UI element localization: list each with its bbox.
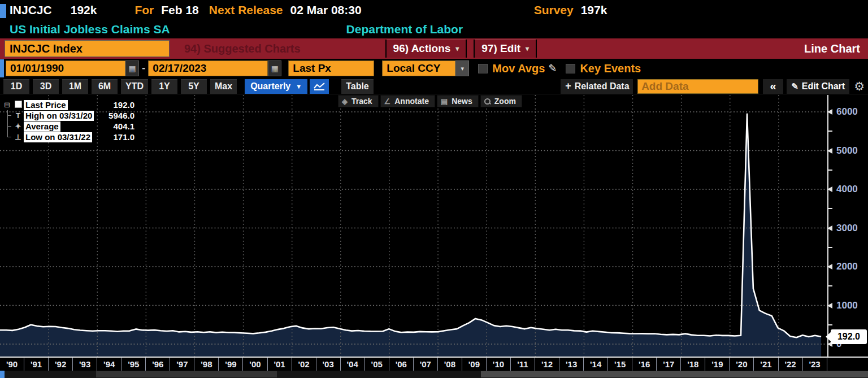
x-axis-label: '23	[803, 358, 827, 371]
bottom-scrollbar[interactable]	[0, 371, 868, 378]
x-axis-label: '11	[511, 358, 535, 371]
actions-button[interactable]: 96) Actions ▾	[385, 40, 467, 58]
table-button[interactable]: Table	[341, 79, 374, 94]
panel-handle-icon[interactable]	[0, 4, 6, 18]
annotate-icon: ∠	[384, 97, 391, 106]
range-button-max[interactable]: Max	[210, 79, 237, 94]
key-events-label: Key Events	[580, 62, 641, 75]
x-axis-label: '15	[608, 358, 632, 371]
track-icon: ◈	[342, 97, 348, 106]
add-data-input[interactable]	[637, 79, 758, 94]
range-button-1m[interactable]: 1M	[62, 79, 88, 94]
data-source: Department of Labor	[346, 23, 463, 36]
x-axis-label: '97	[170, 358, 194, 371]
x-axis-label: '03	[316, 358, 341, 371]
y-tick-minor	[828, 285, 832, 286]
x-axis-label: '04	[341, 358, 365, 371]
security-info-bar: INJCJC 192k For Feb 18 Next Release 02 M…	[0, 0, 868, 20]
high-marker-icon: T	[12, 111, 24, 120]
x-axis-label: '13	[559, 358, 584, 371]
range-button-ytd[interactable]: YTD	[121, 79, 148, 94]
security-name: US Initial Jobless Claims SA	[10, 23, 170, 36]
average-marker-icon: ✦	[12, 122, 24, 131]
x-axis-label: '06	[389, 358, 414, 371]
for-label: For	[134, 3, 154, 17]
x-axis-label: '14	[584, 358, 608, 371]
x-axis-label: '01	[268, 358, 292, 371]
track-button[interactable]: ◈Track	[338, 95, 379, 107]
x-axis-label: '98	[194, 358, 219, 371]
date-to-input[interactable]: 02/17/2023	[148, 60, 268, 76]
x-axis-label: '19	[705, 358, 730, 371]
survey-label: Survey	[534, 3, 574, 17]
x-axis-label: '02	[292, 358, 316, 371]
news-icon: ▤	[441, 97, 448, 106]
date-from-input[interactable]: 01/01/1990	[6, 60, 125, 76]
y-axis-label: 3000	[836, 223, 858, 234]
command-bar: INJCJC Index 94) Suggested Charts 96) Ac…	[0, 38, 868, 59]
chevron-down-icon[interactable]: ▾	[455, 60, 469, 76]
range-button-5y[interactable]: 5Y	[181, 79, 207, 94]
chart-area[interactable]: 0100020003000400050006000 192.0 ⊟ Last P…	[0, 95, 868, 357]
legend-row-last-price[interactable]: ⊟ Last Price 192.0	[3, 99, 134, 110]
scrollbar-segment[interactable]	[96, 371, 277, 377]
key-events-checkbox[interactable]	[566, 64, 575, 73]
x-axis-label: '22	[779, 358, 803, 371]
price-field-select[interactable]: Last Px	[288, 60, 374, 76]
chevron-down-icon: ▾	[526, 45, 529, 53]
edit-chart-button[interactable]: ✎ Edit Chart	[787, 79, 849, 94]
calendar-icon[interactable]: ▦	[125, 60, 139, 76]
chart-legend[interactable]: ⊟ Last Price 192.0 T High on 03/31/20 59…	[3, 99, 134, 142]
y-axis-label: 6000	[836, 106, 858, 118]
ticker-input[interactable]: INJCJC Index	[5, 40, 170, 57]
line-chart-icon[interactable]	[310, 79, 329, 94]
zoom-button[interactable]: Zoom	[480, 95, 522, 107]
gear-icon[interactable]: ⚙	[854, 80, 865, 93]
scrollbar-thumb[interactable]	[481, 371, 868, 377]
y-tick-minor	[828, 208, 832, 209]
y-tick-minor	[828, 247, 832, 248]
range-button-1y[interactable]: 1Y	[151, 79, 177, 94]
edit-button[interactable]: 97) Edit ▾	[474, 40, 537, 58]
security-name-bar: US Initial Jobless Claims SA Department …	[0, 20, 868, 38]
x-axis-label: '08	[438, 358, 462, 371]
y-tick-arrow	[827, 264, 832, 270]
x-axis-label: '95	[121, 358, 146, 371]
for-date: Feb 18	[161, 3, 199, 17]
related-data-button[interactable]: + Related Data	[561, 79, 633, 94]
period-select[interactable]: Quarterly ▼	[245, 79, 307, 94]
pencil-icon[interactable]: ✎	[548, 62, 557, 75]
chevron-down-icon: ▼	[296, 83, 302, 90]
annotate-button[interactable]: ∠Annotate	[380, 95, 435, 107]
next-release-label: Next Release	[209, 3, 283, 17]
legend-row-average[interactable]: ✦ Average 404.1	[3, 121, 134, 132]
legend-row-high[interactable]: T High on 03/31/20 5946.0	[3, 110, 134, 121]
range-button-6m[interactable]: 6M	[92, 79, 118, 94]
x-axis-label: '10	[487, 358, 511, 371]
calendar-icon[interactable]: ▦	[268, 60, 281, 76]
news-button[interactable]: ▤News	[437, 95, 479, 107]
ticker-symbol: INJCJC	[10, 3, 52, 17]
legend-row-low[interactable]: ⊥ Low on 03/31/22 171.0	[3, 132, 134, 142]
x-axis-label: '90	[0, 358, 24, 371]
tree-expander-icon[interactable]: ⊟	[4, 101, 10, 108]
x-axis-label: '99	[219, 358, 243, 371]
range-button-3d[interactable]: 3D	[33, 79, 59, 94]
range-button-1d[interactable]: 1D	[3, 79, 29, 94]
mov-avgs-checkbox[interactable]	[478, 64, 488, 73]
y-tick-arrow	[827, 148, 832, 154]
y-tick-arrow	[827, 303, 832, 309]
y-tick-minor	[828, 324, 832, 325]
currency-select[interactable]: Local CCY	[382, 60, 455, 76]
next-release-date: 02 Mar 08:30	[290, 3, 362, 17]
x-axis-label: '20	[730, 358, 754, 371]
pencil-icon: ✎	[791, 81, 798, 92]
last-value: 192k	[71, 3, 97, 17]
collapse-button[interactable]: «	[763, 79, 783, 94]
x-axis: '90'91'92'93'94'95'96'97'98'99'00'01'02'…	[0, 357, 868, 371]
y-tick-arrow	[827, 186, 832, 192]
y-axis-label: 5000	[836, 145, 858, 157]
magnifier-icon	[484, 98, 491, 105]
series-swatch	[12, 101, 24, 110]
suggested-charts-button[interactable]: 94) Suggested Charts	[184, 42, 301, 55]
